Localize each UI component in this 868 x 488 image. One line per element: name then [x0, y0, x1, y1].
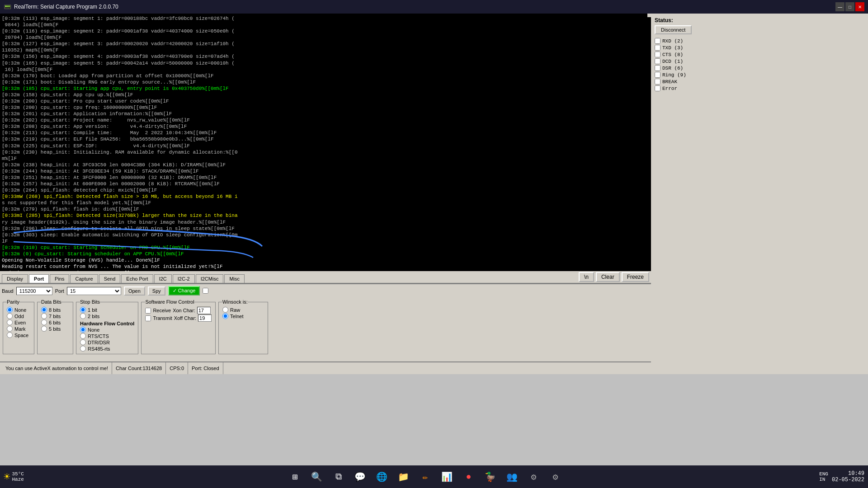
freeze-button[interactable]: Freeze [622, 272, 649, 282]
titlebar: 📟 RealTerm: Serial Capture Program 2.0.0… [0, 0, 868, 14]
char-count-text: Char Count:1314628 [116, 366, 162, 371]
parity-odd: Odd [7, 313, 30, 319]
baud-row: Baud 115200 9600 57600 Port 15 14 1 Open… [2, 286, 649, 296]
parity-group: Parity None Odd Even Mark [3, 299, 34, 354]
status-checkbox[interactable] [655, 72, 660, 78]
clear-button[interactable]: Clear [596, 272, 620, 282]
chart-icon[interactable]: 📊 [439, 469, 455, 485]
settings1-icon[interactable]: ⚙ [526, 469, 542, 485]
pencil-icon[interactable]: ✏ [417, 469, 434, 485]
hw-rs485: RS485-rts [80, 346, 134, 352]
taskbar-right: ENGIN 10:49 02-05-2022 [819, 470, 864, 483]
main-content: [0:32m (113) esp_image: segment 1: paddr… [0, 14, 868, 374]
status-checkbox[interactable] [655, 45, 660, 51]
spy-button[interactable]: Spy [148, 286, 165, 296]
terminal-line: [0:32m (279) spi_flash: flash io: dio%[[… [2, 206, 649, 212]
tab-pins[interactable]: Pins [50, 274, 69, 283]
status-item-break: BREAK [655, 79, 864, 84]
terminal-line: [0:32m (230) heap_init: Initializing. RA… [2, 149, 649, 155]
data-6bits: 6 bits [41, 319, 69, 325]
app-icon: 📟 [4, 3, 11, 10]
terminal[interactable]: [0:32m (113) esp_image: segment 1: paddr… [0, 14, 651, 271]
terminal-line: s not supported for this flash model yet… [2, 200, 649, 206]
tab-display[interactable]: Display [2, 274, 28, 283]
status-item-label: DCD (1) [662, 59, 683, 64]
taskbar-lang: ENGIN [819, 471, 828, 482]
settings2-icon[interactable]: ⚙ [547, 469, 564, 485]
parity-space: Space [7, 332, 30, 338]
change-button[interactable]: ✓ Change [168, 286, 200, 296]
terminal-line: [0:32m (213) cpu_start: Compile time: Ma… [2, 130, 649, 136]
close-button[interactable]: ✕ [855, 2, 864, 11]
chat-icon[interactable]: 💬 [352, 469, 368, 485]
status-info-text: You can use ActiveX automation to contro… [5, 366, 108, 371]
terminal-line: [0:32m (202) cpu_start: Project name: nv… [2, 117, 649, 123]
status-checkbox[interactable] [655, 38, 660, 44]
tab-echo-port[interactable]: Echo Port [121, 274, 153, 283]
tab-misc[interactable]: Misc [224, 274, 245, 283]
disconnect-button[interactable]: Disconnect [655, 25, 692, 34]
tab-capture[interactable]: Capture [70, 274, 98, 283]
status-checkbox[interactable] [655, 79, 660, 84]
winsock-raw: Raw [222, 307, 264, 313]
sw-receive-checkbox[interactable] [145, 308, 151, 314]
data-bits-group: Data Bits 8 bits 7 bits 6 bits 5 bits [37, 299, 73, 354]
edge-icon[interactable]: 🌐 [374, 469, 390, 485]
terminal-line: [0:32m (113) esp_image: segment 1: paddr… [2, 15, 649, 22]
port-select[interactable]: 15 14 1 [67, 287, 121, 295]
terminal-line: [0:32m (296) sleep: Configure to isolate… [2, 225, 649, 232]
clock-time: 10:49 [832, 470, 864, 477]
minimize-button[interactable]: — [835, 2, 844, 11]
duck-icon[interactable]: 🦆 [482, 469, 499, 485]
status-checkbox[interactable] [655, 65, 660, 71]
window-controls: — □ ✕ [835, 2, 864, 11]
weather-temp: 35°C [12, 471, 24, 477]
taskbar: ☀ 35°C Haze ⊞ 🔍 ⧉ 💬 🌐 📁 ✏ 📊 ● 🦆 👥 ⚙ ⚙ EN… [0, 465, 868, 488]
people-icon[interactable]: 👥 [504, 469, 520, 485]
data-bits-legend: Data Bits [41, 299, 61, 305]
tab-port[interactable]: Port [29, 274, 49, 283]
terminal-wrapper: [0:32m (113) esp_image: segment 1: paddr… [0, 14, 651, 271]
xon-input[interactable] [197, 307, 211, 314]
tab-i2c[interactable]: I2C [154, 274, 172, 283]
status-checkbox[interactable] [655, 58, 660, 64]
status-item-label: CTS (8) [662, 52, 683, 57]
explorer-icon[interactable]: 📁 [396, 469, 412, 485]
status-checkbox[interactable] [655, 52, 660, 57]
status-checkbox[interactable] [655, 85, 660, 91]
newline-button[interactable]: \n [579, 272, 594, 282]
sw-transmit-checkbox[interactable] [145, 315, 151, 321]
terminal-line: [0:32m (251) heap_init: At 3FCF0000 len … [2, 174, 649, 181]
char-count: Char Count:1314628 [112, 362, 166, 374]
search-icon[interactable]: 🔍 [309, 469, 325, 485]
cps-display: CPS:0 [166, 362, 188, 374]
terminal-content: [0:32m (113) esp_image: segment 1: paddr… [2, 15, 649, 271]
weather-condition: Haze [12, 477, 24, 482]
tabs-container: DisplayPortPinsCaptureSendEcho PortI2CI2… [0, 271, 651, 284]
hw-none: None [80, 327, 134, 333]
terminal-line: 16) load%[[0m%[F [2, 66, 649, 73]
taskview-icon[interactable]: ⧉ [330, 469, 347, 485]
change-checkbox[interactable] [203, 288, 208, 294]
stop-2bits: 2 bits [80, 313, 134, 319]
tab-send[interactable]: Send [99, 274, 121, 283]
status-title: Status: [655, 17, 864, 23]
hw-flow-section: Hardware Flow Control None RTS/CTS DTR/D… [80, 321, 134, 352]
start-button[interactable]: ⊞ [287, 469, 303, 485]
terminal-line: [0:32m (0) cpu_start: Starting scheduler… [2, 251, 649, 257]
terminal-line: Reading restart counter from NVS ... The… [2, 263, 649, 270]
maximize-button[interactable]: □ [845, 2, 854, 11]
xoff-input[interactable] [198, 314, 212, 322]
baud-select[interactable]: 115200 9600 57600 [16, 287, 52, 295]
parity-legend: Parity [7, 299, 19, 305]
terminal-line: Opening Non-Volatile Storage (NVS) handl… [2, 257, 649, 263]
sw-flow-legend: Software Flow Control [145, 299, 194, 305]
red-icon[interactable]: ● [461, 469, 477, 485]
open-button[interactable]: Open [124, 286, 145, 296]
weather-icon: ☀ [4, 470, 10, 483]
status-item-rxd2: RXD (2) [655, 38, 864, 44]
port-status-text: Port: Closed [192, 366, 219, 371]
tab-i2cmisc[interactable]: I2CMisc [196, 274, 224, 283]
tab-i2c-2[interactable]: I2C-2 [173, 274, 195, 283]
terminal-line: [0:33mI (285) spi_flash: Detected size(3… [2, 212, 649, 219]
